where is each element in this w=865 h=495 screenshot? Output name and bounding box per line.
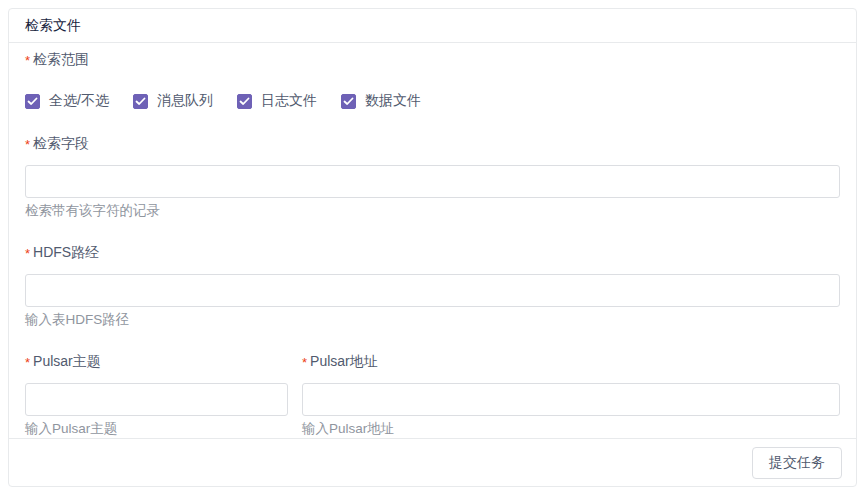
checkbox-message-queue[interactable]: 消息队列	[133, 92, 213, 110]
pulsar-address-helper: 输入Pulsar地址	[302, 420, 840, 438]
pulsar-topic-label: *Pulsar主题	[25, 351, 288, 373]
hdfs-path-label: *HDFS路经	[25, 242, 840, 264]
card-title: 检索文件	[25, 17, 81, 35]
checkbox-label: 全选/不选	[49, 92, 109, 110]
pulsar-address-label: *Pulsar地址	[302, 351, 840, 373]
page: 检索文件 *检索范围 全选/不选	[0, 0, 865, 495]
checkbox-checked-icon[interactable]	[133, 94, 148, 109]
checkbox-checked-icon[interactable]	[25, 94, 40, 109]
required-asterisk: *	[25, 246, 30, 261]
pulsar-topic-helper: 输入Pulsar主题	[25, 420, 288, 438]
card-footer: 提交任务	[9, 438, 856, 486]
checkbox-label: 日志文件	[261, 92, 317, 110]
search-field-helper: 检索带有该字符的记录	[25, 202, 840, 220]
pulsar-topic-input[interactable]	[25, 383, 288, 416]
check-icon	[343, 97, 354, 106]
checkbox-data-files[interactable]: 数据文件	[341, 92, 421, 110]
card-header: 检索文件	[9, 9, 856, 43]
search-form: *检索范围 全选/不选 消息队列	[9, 43, 856, 438]
hdfs-path-input[interactable]	[25, 274, 840, 307]
form-item-pulsar-address: *Pulsar地址 输入Pulsar地址	[302, 351, 840, 438]
form-item-pulsar-topic: *Pulsar主题 输入Pulsar主题	[25, 351, 288, 438]
search-field-label: *检索字段	[25, 133, 840, 155]
checkbox-log-files[interactable]: 日志文件	[237, 92, 317, 110]
checkbox-select-all[interactable]: 全选/不选	[25, 92, 109, 110]
required-asterisk: *	[302, 355, 307, 370]
scope-label: *检索范围	[25, 49, 840, 71]
form-item-search-field: *检索字段 检索带有该字符的记录	[25, 133, 840, 220]
hdfs-path-helper: 输入表HDFS路径	[25, 311, 840, 329]
check-icon	[135, 97, 146, 106]
submit-task-button[interactable]: 提交任务	[752, 447, 842, 479]
pulsar-address-input[interactable]	[302, 383, 840, 416]
search-files-card: 检索文件 *检索范围 全选/不选	[8, 8, 857, 487]
scope-checkbox-group: 全选/不选 消息队列 日志文件	[25, 91, 840, 111]
checkbox-checked-icon[interactable]	[237, 94, 252, 109]
required-asterisk: *	[25, 53, 30, 68]
check-icon	[239, 97, 250, 106]
form-row-pulsar: *Pulsar主题 输入Pulsar主题 *Pulsar地址 输入Pulsar地…	[25, 351, 840, 438]
required-asterisk: *	[25, 137, 30, 152]
check-icon	[27, 97, 38, 106]
search-field-input[interactable]	[25, 165, 840, 198]
form-item-scope: *检索范围 全选/不选 消息队列	[25, 49, 840, 111]
checkbox-checked-icon[interactable]	[341, 94, 356, 109]
required-asterisk: *	[25, 355, 30, 370]
checkbox-label: 消息队列	[157, 92, 213, 110]
checkbox-label: 数据文件	[365, 92, 421, 110]
form-item-hdfs-path: *HDFS路经 输入表HDFS路径	[25, 242, 840, 329]
